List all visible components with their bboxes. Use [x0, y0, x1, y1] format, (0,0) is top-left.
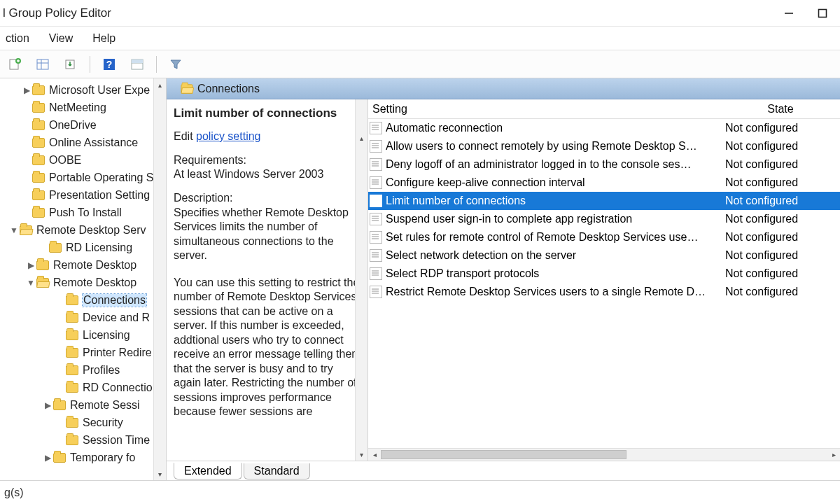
toolbar-help-icon[interactable]: ?: [99, 54, 120, 75]
chevron-right-icon[interactable]: ▶: [25, 260, 36, 270]
scroll-track[interactable]: [381, 449, 827, 461]
list-row[interactable]: Automatic reconnectionNot configured: [368, 119, 840, 137]
maximize-button[interactable]: [815, 6, 830, 21]
tree-pane: ▶Microsoft User ExpeNetMeetingOneDriveOn…: [0, 78, 167, 480]
folder-icon: [53, 453, 66, 463]
tree-item-label: Online Assistance: [49, 136, 138, 149]
requirements-value: At least Windows Server 2003: [174, 168, 362, 181]
policy-icon: [370, 267, 382, 280]
column-setting[interactable]: Setting: [368, 103, 721, 115]
list-row[interactable]: Set rules for remote control of Remote D…: [368, 228, 840, 246]
tree-item[interactable]: Profiles: [0, 361, 166, 379]
menu-action[interactable]: ction: [3, 31, 32, 46]
tree-item[interactable]: Connections: [0, 291, 166, 309]
chevron-down-icon[interactable]: ▼: [25, 278, 36, 288]
toolbar-export-icon[interactable]: [60, 54, 81, 75]
tree-item[interactable]: ▶Temporary fo: [0, 449, 166, 466]
menu-bar: ction View Help: [0, 27, 840, 50]
policy-icon: [370, 140, 382, 153]
list-row[interactable]: Limit number of connectionsNot configure…: [368, 192, 840, 210]
description-body-2: You can use this setting to restrict the…: [174, 276, 362, 419]
menu-view[interactable]: View: [46, 31, 76, 46]
toolbar-properties-icon[interactable]: [127, 54, 148, 75]
chevron-right-icon[interactable]: ▶: [42, 453, 53, 463]
tree-scrollbar[interactable]: ▴ ▾: [153, 78, 166, 480]
tree-item-label: Device and R: [83, 312, 150, 324]
list-row-state: Not configured: [721, 140, 840, 153]
list-row[interactable]: Suspend user sign-in to complete app reg…: [368, 210, 840, 228]
folder-icon: [66, 313, 78, 323]
scroll-up-icon[interactable]: ▴: [356, 132, 368, 144]
scroll-down-icon[interactable]: ▾: [154, 468, 166, 480]
policy-icon: [370, 231, 382, 244]
right-pane: Connections Limit number of connections …: [167, 78, 840, 480]
tree-item[interactable]: RD Licensing: [0, 239, 166, 256]
tree-item[interactable]: Printer Redire: [0, 344, 166, 361]
policy-icon: [370, 286, 382, 298]
minimize-button[interactable]: [781, 6, 797, 21]
tree-item[interactable]: Session Time: [0, 431, 166, 449]
description-pane: Limit number of connections Edit policy …: [167, 99, 368, 461]
tree-item[interactable]: Device and R: [0, 309, 166, 326]
tab-extended[interactable]: Extended: [174, 463, 242, 479]
list-row[interactable]: Allow users to connect remotely by using…: [368, 137, 840, 155]
scroll-thumb[interactable]: [381, 450, 626, 459]
list-row[interactable]: Restrict Remote Desktop Services users t…: [368, 283, 840, 301]
tree-item[interactable]: Portable Operating S: [0, 169, 166, 186]
tree-item-label: Security: [83, 416, 123, 429]
tree-item[interactable]: Online Assistance: [0, 134, 166, 151]
edit-policy-link[interactable]: policy setting: [196, 130, 261, 142]
folder-icon: [66, 418, 78, 428]
scroll-right-icon[interactable]: ▸: [827, 451, 840, 458]
tree-item[interactable]: OneDrive: [0, 116, 166, 134]
chevron-right-icon[interactable]: ▶: [42, 400, 53, 410]
chevron-down-icon[interactable]: ▼: [8, 225, 20, 235]
policy-icon: [370, 213, 382, 225]
tree-item[interactable]: OOBE: [0, 151, 166, 169]
folder-icon: [20, 225, 32, 235]
tree-item[interactable]: Presentation Setting: [0, 186, 166, 204]
list-row[interactable]: Select network detection on the serverNo…: [368, 246, 840, 265]
policy-icon: [370, 122, 382, 134]
tree-item-label: Connections: [83, 294, 146, 307]
tree-item[interactable]: NetMeeting: [0, 99, 166, 116]
column-state[interactable]: State: [721, 103, 840, 115]
policy-icon: [370, 249, 382, 262]
list-row[interactable]: Select RDP transport protocolsNot config…: [368, 265, 840, 283]
tab-standard[interactable]: Standard: [244, 463, 310, 479]
folder-icon: [53, 400, 66, 410]
edit-prefix: Edit: [174, 130, 196, 142]
tree-item[interactable]: Licensing: [0, 326, 166, 344]
list-row[interactable]: Deny logoff of an administrator logged i…: [368, 155, 840, 174]
scroll-left-icon[interactable]: ◂: [368, 451, 381, 458]
tree-item[interactable]: RD Connectio: [0, 379, 166, 396]
toolbar-filter-icon[interactable]: [165, 54, 186, 75]
scroll-down-icon[interactable]: ▾: [356, 448, 368, 461]
tree-item[interactable]: Push To Install: [0, 204, 166, 221]
list-row-label: Suspend user sign-in to complete app reg…: [386, 213, 721, 225]
svg-rect-1: [819, 9, 827, 17]
tree-item-label: Printer Redire: [83, 346, 152, 359]
scroll-up-icon[interactable]: ▴: [154, 78, 166, 91]
list-row[interactable]: Configure keep-alive connection interval…: [368, 174, 840, 192]
list-horizontal-scrollbar[interactable]: ◂ ▸: [368, 448, 840, 461]
list-row-label: Select RDP transport protocols: [386, 267, 721, 280]
tree-item-label: RD Connectio: [83, 382, 153, 394]
list-body[interactable]: Automatic reconnectionNot configuredAllo…: [368, 119, 840, 448]
toolbar-new-icon[interactable]: [4, 54, 25, 75]
tree-item[interactable]: ▶Microsoft User Expe: [0, 81, 166, 99]
chevron-right-icon[interactable]: ▶: [21, 85, 32, 95]
tree-item[interactable]: ▼Remote Desktop: [0, 274, 166, 291]
tree-item[interactable]: Security: [0, 414, 166, 431]
tree[interactable]: ▶Microsoft User ExpeNetMeetingOneDriveOn…: [0, 78, 166, 466]
description-scrollbar[interactable]: ▴ ▾: [355, 99, 368, 461]
menu-help[interactable]: Help: [90, 31, 118, 46]
folder-icon: [66, 435, 78, 445]
list-row-state: Not configured: [721, 195, 840, 207]
tree-item[interactable]: ▼Remote Desktop Serv: [0, 221, 166, 239]
tab-strip: Extended Standard: [167, 461, 840, 480]
toolbar-tree-icon[interactable]: [32, 54, 53, 75]
tree-item[interactable]: ▶Remote Desktop: [0, 256, 166, 274]
tree-item[interactable]: ▶Remote Sessi: [0, 396, 166, 414]
toolbar: ?: [0, 50, 840, 78]
